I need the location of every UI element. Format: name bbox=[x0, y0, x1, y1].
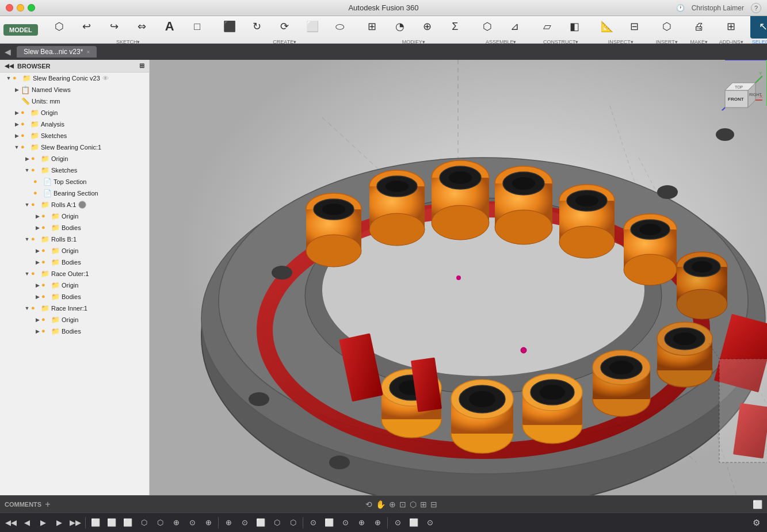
cylinder-button[interactable]: ⬭ bbox=[327, 14, 353, 39]
section-button[interactable]: ⊟ bbox=[621, 14, 648, 39]
box-button[interactable]: ⬜ bbox=[299, 14, 326, 39]
3d-print-small-icon[interactable]: ⊙ bbox=[390, 515, 405, 530]
race-outer-bodies-item[interactable]: ▶ ● 📁 Bodies bbox=[0, 291, 149, 303]
origin-comp-item[interactable]: ▶ ● 📁 Origin bbox=[0, 153, 149, 164]
play-back-icon[interactable]: ◀ bbox=[20, 515, 35, 530]
top-section-item[interactable]: ● 📄 Top Section bbox=[0, 176, 149, 187]
zoom-icon[interactable]: ⊕ bbox=[389, 500, 396, 509]
offset-plane-button[interactable]: ▱ bbox=[534, 14, 560, 39]
units-item[interactable]: ▶ 📏 Units: mm bbox=[0, 95, 149, 107]
race-outer-item[interactable]: ▼ ● 📁 Race Outer:1 bbox=[0, 268, 149, 280]
play-next-icon[interactable]: ▶ bbox=[52, 515, 67, 530]
viewcube[interactable]: X Y FRONT TOP RIGHT bbox=[716, 64, 762, 110]
axis-icon[interactable]: ⊙ bbox=[185, 515, 200, 530]
render-icon[interactable]: ⊙ bbox=[237, 515, 252, 530]
weld-icon[interactable]: ⬜ bbox=[322, 515, 337, 530]
race-inner-item[interactable]: ▼ ● 📁 Race Inner:1 bbox=[0, 303, 149, 314]
rolls-b-bodies-item[interactable]: ▶ ● 📁 Bodies bbox=[0, 257, 149, 268]
grid-icon[interactable]: ⊞ bbox=[420, 500, 427, 509]
model-button[interactable]: MODEL bbox=[3, 24, 38, 36]
race-inner-origin-item[interactable]: ▶ ● 📁 Origin bbox=[0, 314, 149, 326]
play-prev-icon[interactable]: ◀◀ bbox=[3, 515, 18, 530]
plane-icon[interactable]: ⊕ bbox=[201, 515, 216, 530]
component-icon[interactable]: ⬜ bbox=[104, 515, 119, 530]
tab-close-icon[interactable]: × bbox=[86, 49, 90, 55]
extrude-button[interactable]: ⬛ bbox=[216, 14, 243, 39]
measure-button[interactable]: 📐 bbox=[594, 14, 620, 39]
select-button[interactable]: ↖ bbox=[750, 14, 767, 39]
rolls-a-bodies-item[interactable]: ▶ ● 📁 Bodies bbox=[0, 222, 149, 234]
fixture-icon[interactable]: ⊙ bbox=[338, 515, 353, 530]
browser-expand-icon[interactable]: ◀◀ bbox=[5, 63, 14, 69]
analysis-item[interactable]: ▶ ● 📁 Analysis bbox=[0, 118, 149, 130]
sum-button[interactable]: Σ bbox=[442, 14, 468, 39]
cut-icon[interactable]: ⊙ bbox=[306, 515, 320, 530]
pan-icon[interactable]: ✋ bbox=[376, 500, 386, 509]
add-comment-button[interactable]: + bbox=[45, 499, 50, 510]
help-icon[interactable]: ? bbox=[751, 3, 761, 13]
make-button[interactable]: 🖨 bbox=[686, 14, 712, 39]
pattern-icon[interactable]: ⬡ bbox=[152, 515, 167, 530]
light-icon[interactable]: ⊕ bbox=[354, 515, 369, 530]
fit-icon[interactable]: ⊡ bbox=[399, 500, 406, 509]
press-pull-button[interactable]: ⊞ bbox=[359, 14, 386, 39]
browser-pin-icon[interactable]: ⊞ bbox=[139, 62, 144, 70]
sketches-top-item[interactable]: ▶ ● 📁 Sketches bbox=[0, 130, 149, 141]
section-view-icon[interactable]: ⬜ bbox=[253, 515, 268, 530]
drawing-icon[interactable]: ⬜ bbox=[406, 515, 421, 530]
orbit-icon[interactable]: ⟲ bbox=[365, 500, 372, 509]
midplane-button[interactable]: ◧ bbox=[562, 14, 588, 39]
rolls-b-origin-item[interactable]: ▶ ● 📁 Origin bbox=[0, 245, 149, 257]
move-icon[interactable]: ⊕ bbox=[221, 515, 236, 530]
rolls-a-item[interactable]: ▼ ● 📁 Rolls A:1 bbox=[0, 199, 149, 210]
mirror-button[interactable]: ⇔ bbox=[129, 14, 155, 39]
tree-root[interactable]: ▼ ● 📁 Slew Bearing Conic v23 👁 bbox=[0, 72, 149, 84]
minimize-button[interactable] bbox=[17, 4, 24, 12]
sketch-button[interactable]: ⬡ bbox=[46, 14, 72, 39]
sketch-icon-tb[interactable]: ⬜ bbox=[120, 515, 135, 530]
combine-button[interactable]: ⊕ bbox=[414, 14, 441, 39]
as-built-button[interactable]: ⊿ bbox=[502, 14, 528, 39]
race-inner-bodies-item[interactable]: ▶ ● 📁 Bodies bbox=[0, 326, 149, 337]
nav-back-icon[interactable]: ◀ bbox=[5, 47, 11, 56]
component-main-item[interactable]: ▼ ● 📁 Slew Bearing Conic:1 bbox=[0, 141, 149, 153]
sketch2-button[interactable]: □ bbox=[184, 14, 211, 39]
bearing-section-item[interactable]: ● 📄 Bearing Section bbox=[0, 187, 149, 199]
mesh-icon[interactable]: ⬡ bbox=[269, 515, 284, 530]
play-icon[interactable]: ▶ bbox=[36, 515, 51, 530]
revolve-button[interactable]: ↻ bbox=[244, 14, 270, 39]
joint-icon-tb[interactable]: ⬡ bbox=[136, 515, 151, 530]
fillet-button[interactable]: ◔ bbox=[387, 14, 413, 39]
insert-mesh-button[interactable]: ⬡ bbox=[654, 14, 680, 39]
history-icon[interactable]: 🕐 bbox=[676, 4, 685, 12]
undo-button[interactable]: ↩ bbox=[74, 14, 100, 39]
maximize-button[interactable] bbox=[28, 4, 35, 12]
origin-icon[interactable]: ⊕ bbox=[169, 515, 184, 530]
race-outer-origin-item[interactable]: ▶ ● 📁 Origin bbox=[0, 280, 149, 291]
cam-icon[interactable]: ⊕ bbox=[370, 515, 385, 530]
edge-icon[interactable]: ⬡ bbox=[285, 515, 300, 530]
3d-viewport[interactable]: X Y FRONT TOP RIGHT bbox=[150, 60, 767, 495]
user-name[interactable]: Christoph Laimer bbox=[692, 4, 744, 12]
rolls-b-item[interactable]: ▼ ● 📁 Rolls B:1 bbox=[0, 234, 149, 245]
race-inner-origin-folder: 📁 bbox=[51, 315, 60, 324]
rolls-a-origin-item[interactable]: ▶ ● 📁 Origin bbox=[0, 210, 149, 222]
named-views-item[interactable]: ▶ 📋 Named Views bbox=[0, 84, 149, 95]
close-button[interactable] bbox=[6, 4, 13, 12]
view-icon[interactable]: ⊟ bbox=[430, 500, 437, 509]
main-tab[interactable]: Slew Bea...nic v23* × bbox=[17, 46, 97, 58]
joint-button[interactable]: ⬡ bbox=[474, 14, 501, 39]
sim-icon[interactable]: ⊙ bbox=[422, 515, 437, 530]
display-icon[interactable]: ⬡ bbox=[410, 500, 417, 509]
sketch-group: ⬡ ↩ ↪ ⇔ A □ SKETCH▾ bbox=[46, 14, 211, 45]
play-end-icon[interactable]: ▶▶ bbox=[68, 515, 83, 530]
text-button[interactable]: A bbox=[157, 14, 183, 39]
settings-icon[interactable]: ⚙ bbox=[749, 515, 764, 530]
redo-button[interactable]: ↪ bbox=[101, 14, 128, 39]
body-icon[interactable]: ⬜ bbox=[88, 515, 103, 530]
expand-icon[interactable]: ⬜ bbox=[753, 500, 762, 509]
sweep-button[interactable]: ⟳ bbox=[272, 14, 298, 39]
sketches-comp-item[interactable]: ▼ ● 📁 Sketches bbox=[0, 164, 149, 176]
addins-button[interactable]: ⊞ bbox=[718, 14, 745, 39]
origin-top-item[interactable]: ▶ ● 📁 Origin bbox=[0, 107, 149, 118]
